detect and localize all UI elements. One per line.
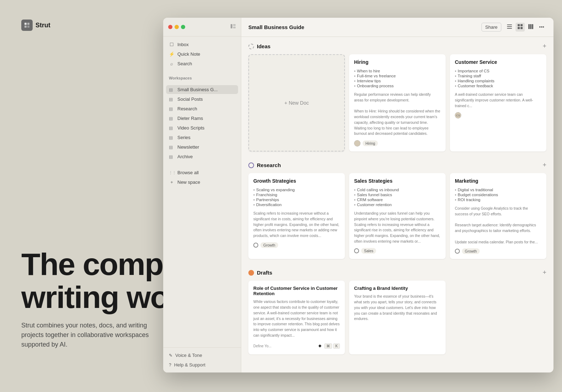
workspace-item-videoscripts[interactable]: ▤ Video Scripts	[166, 123, 238, 132]
layout-toggle-icon[interactable]	[230, 23, 236, 31]
growthstrategies-body: Scaling refers to increasing revenue wit…	[253, 211, 340, 239]
research-status-icon	[248, 162, 254, 168]
sidebar-bottom: ✎ Voice & Tone ? Help & Support	[163, 347, 241, 372]
marketing-status-dot	[455, 249, 460, 254]
salesstrategies-list: Cold calling vs inbound Sales funnel bas…	[354, 187, 441, 207]
sidebar-item-browseall[interactable]: ⋮⋮ Browse all	[166, 168, 238, 177]
customerservice-card-list: Importance of CS Training staff Handling…	[455, 68, 541, 88]
svg-rect-9	[507, 28, 512, 29]
customerservice-card[interactable]: Customer Service Importance of CS Traini…	[450, 54, 546, 151]
grid-icon: ⋮⋮	[169, 171, 175, 175]
k-key: K	[333, 343, 340, 349]
drafts-add-button[interactable]: +	[542, 269, 546, 276]
ideas-section-header: Ideas +	[248, 43, 546, 50]
research-add-button[interactable]: +	[542, 161, 546, 169]
svg-rect-7	[507, 24, 512, 25]
workspace-icon: ▤	[169, 106, 175, 111]
workspace-icon: ▤	[169, 126, 175, 131]
svg-rect-11	[520, 24, 523, 26]
workspace-item-socialposts[interactable]: ▤ Social Posts	[166, 95, 238, 104]
column-view-btn[interactable]	[526, 23, 535, 32]
voicetone-icon: ✎	[169, 353, 172, 358]
define-label: Define Yo...	[253, 344, 271, 348]
list-item: Handling complaints	[455, 78, 541, 83]
growthstrategies-card[interactable]: Growth Strategies Scaling vs expanding F…	[248, 173, 345, 259]
research-section-header: Research +	[248, 161, 546, 169]
sidebar-item-quicknote[interactable]: ⚡ Quick Note	[166, 50, 238, 59]
customerservice-card-title: Customer Service	[455, 59, 541, 65]
salesstrategies-card-title: Sales Strategies	[354, 178, 441, 184]
marketing-card[interactable]: Marketing Digital vs traditional Budget …	[450, 173, 546, 259]
window-minimize-btn[interactable]	[175, 25, 179, 29]
content-body[interactable]: Ideas + + New Doc Hiring When to hire Fu…	[241, 37, 553, 372]
hiring-card-body: Regular performance reviews can help ide…	[354, 92, 441, 137]
more-options-btn[interactable]: •••	[537, 23, 546, 32]
hiring-card-list: When to hire Full-time vs freelance Inte…	[354, 68, 441, 88]
research-cards-grid: Growth Strategies Scaling vs expanding F…	[248, 173, 546, 259]
new-doc-label: + New Doc	[285, 100, 309, 106]
new-doc-card[interactable]: + New Doc	[248, 54, 345, 151]
list-item: Importance of CS	[455, 68, 541, 73]
workspace-item-dieterrams[interactable]: ▤ Dieter Rams	[166, 114, 238, 123]
share-button[interactable]: Share	[481, 23, 502, 32]
app-name: Strut	[35, 22, 50, 29]
growth-tag: Growth	[260, 242, 278, 248]
salesstrategies-body: Understanding your sales funnel can help…	[354, 211, 441, 244]
ideas-status-icon	[248, 44, 254, 49]
customerservice-draft-card[interactable]: Role of Customer Service in Customer Ret…	[248, 281, 345, 354]
workspace-item-newsletter[interactable]: ▤ Newsletter	[166, 143, 238, 151]
growthstrategies-footer: Growth	[253, 242, 340, 248]
sidebar-item-newspace[interactable]: + New space	[166, 178, 238, 187]
salesstrategies-card[interactable]: Sales Strategies Cold calling vs inbound…	[349, 173, 446, 259]
workspace-item-archive[interactable]: ▤ Archive	[166, 152, 238, 161]
research-title-row: Research	[248, 162, 281, 168]
sparkle-icon[interactable]: ✦	[318, 343, 322, 349]
app-window: ☐ Inbox ⚡ Quick Note ⌕ Search Workspaces…	[163, 18, 553, 372]
workspace-item-research[interactable]: ▤ Research	[166, 104, 238, 113]
list-item: Customer retention	[354, 202, 441, 207]
workspaces-list: ▤ Small Business G... ▤ Social Posts ▤ R…	[163, 82, 241, 165]
hiring-card-footer: Hiring	[354, 140, 441, 147]
list-item: Diversification	[253, 202, 340, 207]
sidebar-item-voicetone[interactable]: ✎ Voice & Tone	[166, 350, 238, 360]
svg-rect-6	[233, 27, 236, 28]
grid-view-btn[interactable]	[516, 23, 525, 32]
hiring-card[interactable]: Hiring When to hire Full-time vs freelan…	[349, 54, 446, 151]
sidebar-nav: ☐ Inbox ⚡ Quick Note ⌕ Search	[163, 37, 241, 72]
list-item: Interview tips	[354, 78, 441, 83]
research-section-title: Research	[257, 162, 281, 168]
svg-rect-16	[532, 24, 533, 29]
list-item: Full-time vs freelance	[354, 73, 441, 78]
brandidentity-draft-card[interactable]: Crafting a Brand Identity Your brand is …	[349, 281, 446, 354]
brandidentity-draft-title: Crafting a Brand Identity	[354, 286, 441, 291]
customerservice-card-body: A well-trained customer service team can…	[455, 92, 541, 109]
window-maximize-btn[interactable]	[181, 25, 185, 29]
workspace-item-series[interactable]: ▤ Series	[166, 133, 238, 142]
customerservice-card-footer: CS	[455, 112, 541, 118]
workspaces-label: Workspaces	[163, 72, 241, 82]
ideas-cards-grid: + New Doc Hiring When to hire Full-time …	[248, 54, 546, 151]
sidebar-item-inbox[interactable]: ☐ Inbox	[166, 40, 238, 49]
drafts-section-title: Drafts	[257, 270, 272, 276]
marketing-tag: Growth	[462, 248, 480, 254]
sidebar-item-helpsupport[interactable]: ? Help & Support	[166, 360, 238, 370]
drafts-section: Drafts + Role of Customer Service in Cus…	[248, 269, 546, 354]
workspace-item-smallbusiness[interactable]: ▤ Small Business G...	[166, 85, 238, 94]
window-close-btn[interactable]	[168, 25, 172, 29]
growthstrategies-card-title: Growth Strategies	[253, 178, 340, 184]
svg-rect-10	[518, 24, 520, 26]
app-logo: Strut	[21, 20, 50, 31]
inbox-icon: ☐	[169, 42, 175, 47]
list-view-btn[interactable]	[505, 23, 514, 32]
list-item: When to hire	[354, 68, 441, 73]
ideas-add-button[interactable]: +	[542, 43, 546, 50]
sidebar-item-search[interactable]: ⌕ Search	[166, 59, 238, 68]
customerservice-draft-footer: Define Yo... ✦ ⌘ K	[253, 343, 340, 349]
help-icon: ?	[169, 363, 171, 368]
workspace-icon: ▤	[169, 135, 175, 140]
growthstrategies-list: Scaling vs expanding Franchising Partner…	[253, 187, 340, 207]
workspace-icon: ▤	[169, 97, 175, 102]
growth-status-dot	[253, 243, 258, 248]
svg-rect-4	[231, 24, 232, 28]
cs-avatar: CS	[455, 112, 461, 118]
